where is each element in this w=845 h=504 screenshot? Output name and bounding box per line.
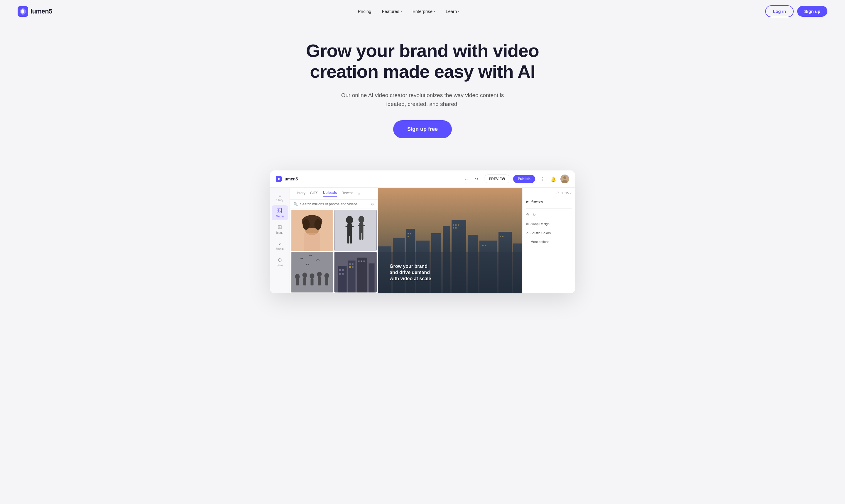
signup-button[interactable]: Sign up <box>797 6 827 17</box>
svg-rect-40 <box>339 269 341 271</box>
svg-rect-16 <box>347 235 349 244</box>
swap-icon: ⊞ <box>526 222 529 226</box>
svg-rect-20 <box>358 225 361 226</box>
svg-rect-66 <box>453 224 454 226</box>
media-thumbnail-3[interactable] <box>291 252 333 293</box>
svg-rect-42 <box>339 273 341 275</box>
learn-chevron-icon: ▾ <box>458 10 460 13</box>
media-panel: Library GIFS Uploads Recent ☆ 🔍 ⚙ <box>290 188 378 293</box>
media-search-input[interactable] <box>300 202 368 206</box>
app-window: lumen5 ↩ ↪ PREVIEW Publish ⋮ 🔔 <box>270 170 575 293</box>
nav-enterprise[interactable]: Enterprise ▾ <box>413 9 435 14</box>
svg-rect-44 <box>349 264 351 265</box>
timer-row: ⏱ 00:15 ▾ <box>526 191 572 195</box>
sidebar-item-music[interactable]: ♪ Music <box>272 238 288 253</box>
svg-rect-65 <box>408 236 409 237</box>
lumen5-logo-icon <box>18 6 28 17</box>
media-icon: 🖼 <box>277 208 283 214</box>
publish-button[interactable]: Publish <box>513 175 535 183</box>
shuffle-colors-action[interactable]: ✕ Shuffle Colors <box>526 230 572 236</box>
logo-link[interactable]: lumen5 <box>18 6 52 17</box>
sidebar-media-label: Media <box>276 215 284 218</box>
sidebar-item-style[interactable]: ◇ Style <box>272 254 288 269</box>
tab-library[interactable]: Library <box>294 191 305 196</box>
sidebar-style-label: Style <box>276 264 283 267</box>
tab-uploads[interactable]: Uploads <box>323 191 337 197</box>
hero-section: Grow your brand with video creation made… <box>290 23 555 153</box>
svg-rect-49 <box>361 260 362 262</box>
media-tabs: Library GIFS Uploads Recent ☆ <box>290 188 378 200</box>
svg-rect-68 <box>458 224 459 226</box>
undo-redo-group: ↩ ↪ <box>463 175 481 183</box>
timer-dropdown-icon: ▾ <box>570 192 572 195</box>
svg-rect-22 <box>359 232 361 240</box>
nav-pricing[interactable]: Pricing <box>358 9 372 14</box>
svg-point-29 <box>310 273 314 279</box>
app-preview-wrapper: lumen5 ↩ ↪ PREVIEW Publish ⋮ 🔔 <box>261 170 584 293</box>
login-button[interactable]: Log in <box>765 5 794 17</box>
user-avatar[interactable] <box>560 175 569 183</box>
svg-rect-63 <box>408 233 409 234</box>
navigation: lumen5 Pricing Features ▾ Enterprise ▾ L… <box>0 0 845 23</box>
buildings-thumbnail-icon <box>334 252 377 293</box>
svg-point-18 <box>359 216 364 223</box>
nav-links: Pricing Features ▾ Enterprise ▾ Learn ▾ <box>358 9 460 14</box>
right-panel: ⏱ 00:15 ▾ ▶ Preview ⏱ · 3s · ⊞ Swap Desi… <box>522 188 575 293</box>
svg-rect-17 <box>350 235 352 244</box>
svg-rect-69 <box>453 227 454 229</box>
sidebar-item-story[interactable]: ≡ Story <box>275 191 285 204</box>
media-grid <box>290 209 378 293</box>
story-icon: ≡ <box>279 194 281 198</box>
media-thumbnail-2[interactable] <box>334 210 377 251</box>
svg-rect-46 <box>349 266 351 268</box>
sidebar-story-label: Story <box>276 199 283 202</box>
app-topbar-actions: ↩ ↪ PREVIEW Publish ⋮ 🔔 <box>463 175 569 183</box>
notification-button[interactable]: 🔔 <box>549 175 557 183</box>
svg-rect-41 <box>342 269 344 271</box>
app-logo-text: lumen5 <box>284 177 298 181</box>
svg-point-8 <box>303 219 310 230</box>
favorites-icon[interactable]: ☆ <box>357 192 360 196</box>
svg-point-3 <box>563 176 566 179</box>
signup-free-button[interactable]: Sign up free <box>393 120 452 138</box>
enterprise-chevron-icon: ▾ <box>434 10 435 13</box>
svg-rect-50 <box>363 260 365 262</box>
swap-design-action[interactable]: ⊞ Swap Design <box>526 221 572 227</box>
svg-point-9 <box>314 219 322 230</box>
svg-rect-37 <box>348 260 356 293</box>
media-thumbnail-4[interactable] <box>334 252 377 293</box>
sidebar-item-icons[interactable]: ⊞ Icons <box>272 221 288 237</box>
svg-rect-64 <box>410 233 411 234</box>
preview-button[interactable]: PREVIEW <box>484 175 510 183</box>
crowd-thumbnail-icon <box>291 252 333 293</box>
app-sidebar: ≡ Story 🖼 Media ⊞ Icons ♪ Music ◇ Sty <box>270 188 290 293</box>
media-search-bar: 🔍 ⚙ <box>290 200 378 209</box>
media-thumbnail-1[interactable] <box>291 210 333 251</box>
svg-rect-11 <box>335 210 376 251</box>
svg-rect-34 <box>325 278 328 285</box>
duration-action[interactable]: ⏱ · 3s · <box>526 212 572 217</box>
redo-button[interactable]: ↪ <box>473 175 481 183</box>
undo-button[interactable]: ↩ <box>463 175 471 183</box>
sidebar-item-media[interactable]: 🖼 Media <box>272 205 288 220</box>
svg-rect-48 <box>358 260 360 262</box>
tab-gifs[interactable]: GIFS <box>310 191 318 196</box>
svg-rect-70 <box>455 227 456 229</box>
more-options-action[interactable]: ··· More options <box>526 239 572 245</box>
svg-rect-28 <box>303 277 306 285</box>
svg-rect-19 <box>359 223 363 233</box>
svg-point-27 <box>303 272 307 278</box>
nav-learn[interactable]: Learn ▾ <box>446 9 460 14</box>
app-logo-icon <box>276 176 282 182</box>
hero-title: Grow your brand with video creation made… <box>296 40 549 82</box>
main-canvas: Grow your brand and drive demand with vi… <box>378 188 522 293</box>
timer-small-icon: ⏱ <box>526 213 529 216</box>
nav-features[interactable]: Features ▾ <box>382 9 402 14</box>
svg-point-33 <box>324 273 329 278</box>
preview-action[interactable]: ▶ Preview <box>526 198 572 205</box>
features-chevron-icon: ▾ <box>400 10 402 13</box>
tab-recent[interactable]: Recent <box>342 191 353 196</box>
more-options-button[interactable]: ⋮ <box>538 175 546 183</box>
filter-icon[interactable]: ⚙ <box>371 202 374 206</box>
svg-rect-24 <box>292 252 333 293</box>
